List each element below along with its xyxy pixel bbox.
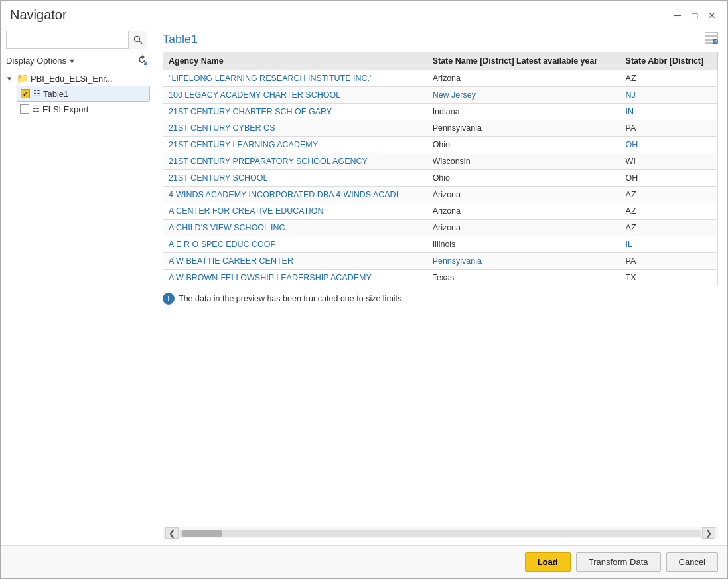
tree: ▼ 📁 PBI_Edu_ELSi_Enr... ✓ ☷ Table1 [1,71,153,540]
cell-agency-name[interactable]: 21ST CENTURY SCHOOL [163,170,427,187]
cell-agency-name[interactable]: A CENTER FOR CREATIVE EDUCATION [163,203,427,220]
footer: Load Transform Data Cancel [1,545,727,578]
display-options-button[interactable]: Display Options ▼ [6,56,76,66]
search-icon-btn[interactable] [128,31,147,49]
cell-agency-name[interactable]: A W BEATTIE CAREER CENTER [163,253,427,270]
cell-state-name: Arizona [427,70,620,87]
cell-state-abbr: WI [620,153,717,170]
window-controls: ─ ◻ ✕ [672,9,718,21]
table-row: "LIFELONG LEARNING RESEARCH INSTITUTE IN… [163,70,718,87]
table-row: A CHILD'S VIEW SCHOOL INC.ArizonaAZ [163,220,718,236]
data-table: Agency Name State Name [District] Latest… [163,52,718,286]
cell-agency-name[interactable]: 21ST CENTURY CYBER CS [163,120,427,137]
cell-agency-name[interactable]: 21ST CENTURY LEARNING ACADEMY [163,137,427,153]
table-row: 21ST CENTURY SCHOOLOhioOH [163,170,718,187]
table-row: A CENTER FOR CREATIVE EDUCATIONArizonaAZ [163,203,718,220]
tree-label-elsi: ELSI Export [42,104,88,114]
table-options-icon[interactable]: ↺ [705,32,718,46]
cell-state-abbr: TX [620,270,717,286]
cancel-button[interactable]: Cancel [666,552,718,572]
folder-icon: 📁 [17,73,28,84]
scroll-track[interactable] [180,530,701,537]
chevron-down-icon: ▼ [68,57,76,65]
tree-item-table1[interactable]: ✓ ☷ Table1 [17,86,150,102]
table-header-row: Agency Name State Name [District] Latest… [163,52,718,70]
svg-rect-4 [705,33,718,35]
cell-state-name: Texas [427,270,620,286]
tree-children: ✓ ☷ Table1 ☷ ELSI Export [3,86,150,116]
scroll-right-button[interactable]: ❯ [702,527,715,539]
checkbox-checked-icon: ✓ [21,89,30,98]
cell-state-abbr: AZ [620,203,717,220]
col-state-name: State Name [District] Latest available y… [427,52,620,70]
table-row: 100 LEGACY ACADEMY CHARTER SCHOOLNew Jer… [163,87,718,104]
col-agency-name: Agency Name [163,52,427,70]
table-title: Table1 [163,33,198,46]
load-button[interactable]: Load [525,552,571,572]
cell-state-abbr: OH [620,170,717,187]
svg-text:↺: ↺ [713,39,717,44]
table-row: 4-WINDS ACADEMY INCORPORATED DBA 4-WINDS… [163,187,718,203]
close-button[interactable]: ✕ [706,9,718,21]
display-options-label: Display Options [6,56,66,66]
col-state-abbr: State Abbr [District] [620,52,717,70]
cell-agency-name[interactable]: "LIFELONG LEARNING RESEARCH INSTITUTE IN… [163,70,427,87]
table-icon-elsi: ☷ [33,104,40,114]
minimize-button[interactable]: ─ [672,9,684,21]
cell-agency-name[interactable]: 100 LEGACY ACADEMY CHARTER SCHOOL [163,87,427,104]
table-icon-table1: ☷ [33,89,40,98]
cell-state-abbr: AZ [620,187,717,203]
display-options-row: Display Options ▼ ↺ [1,54,153,71]
cell-agency-name[interactable]: 21ST CENTURY PREPARATORY SCHOOL AGENCY [163,153,427,170]
search-icon [133,35,143,44]
cell-state-abbr: PA [620,120,717,137]
cell-state-name: Arizona [427,203,620,220]
cell-agency-name[interactable]: A E R O SPEC EDUC COOP [163,236,427,253]
horizontal-scrollbar[interactable]: ❮ ❯ [163,527,718,538]
refresh-icon: ↺ [137,54,147,65]
cell-state-name: Arizona [427,220,620,236]
cell-state-abbr: AZ [620,220,717,236]
truncate-notice: i The data in the preview has been trunc… [163,293,718,305]
search-input[interactable] [7,35,128,45]
cell-agency-name[interactable]: 4-WINDS ACADEMY INCORPORATED DBA 4-WINDS… [163,187,427,203]
refresh-icon-btn[interactable]: ↺ [137,54,147,67]
cell-state-name: Illinois [427,236,620,253]
cell-agency-name[interactable]: A W BROWN-FELLOWSHIP LEADERSHIP ACADEMY [163,270,427,286]
cell-state-name: Arizona [427,187,620,203]
info-icon: i [163,293,175,305]
tree-root-label: PBI_Edu_ELSi_Enr... [31,74,113,84]
table-row: A E R O SPEC EDUC COOPIllinoisIL [163,236,718,253]
cell-agency-name[interactable]: 21ST CENTURY CHARTER SCH OF GARY [163,104,427,120]
scroll-thumb[interactable] [182,530,222,537]
cell-agency-name[interactable]: A CHILD'S VIEW SCHOOL INC. [163,220,427,236]
transform-data-button[interactable]: Transform Data [576,552,661,572]
cell-state-name: New Jersey [427,87,620,104]
table-row: 21ST CENTURY PREPARATORY SCHOOL AGENCYWi… [163,153,718,170]
right-panel: Table1 ↺ Agency Name [153,25,727,545]
checkbox-elsi-export[interactable] [19,104,30,114]
window-title: Navigator [10,7,67,23]
cell-state-abbr: AZ [620,70,717,87]
cell-state-name: Indiana [427,104,620,120]
cell-state-abbr: IN [620,104,717,120]
cell-state-name: Pennsylvania [427,253,620,270]
scroll-left-button[interactable]: ❮ [165,527,179,539]
cell-state-name: Ohio [427,137,620,153]
tree-label-table1: Table1 [43,89,68,99]
table-config-icon: ↺ [705,32,718,44]
navigator-window: Navigator ─ ◻ ✕ Display Options [0,0,728,579]
truncate-text: The data in the preview has been truncat… [179,294,404,303]
table-row: A W BROWN-FELLOWSHIP LEADERSHIP ACADEMYT… [163,270,718,286]
tree-root-item[interactable]: ▼ 📁 PBI_Edu_ELSi_Enr... [3,71,150,86]
table-scroll: Agency Name State Name [District] Latest… [163,52,718,527]
table-title-row: Table1 ↺ [163,32,718,46]
cell-state-name: Pennsylvania [427,120,620,137]
main-content: Display Options ▼ ↺ ▼ 📁 PBI_Edu_ [1,25,727,545]
svg-point-0 [134,37,139,42]
checkbox-table1[interactable]: ✓ [20,88,31,99]
table-row: 21ST CENTURY CHARTER SCH OF GARYIndianaI… [163,104,718,120]
restore-button[interactable]: ◻ [689,9,701,21]
expand-arrow-icon: ▼ [6,75,14,82]
tree-item-elsi-export[interactable]: ☷ ELSI Export [17,102,150,116]
